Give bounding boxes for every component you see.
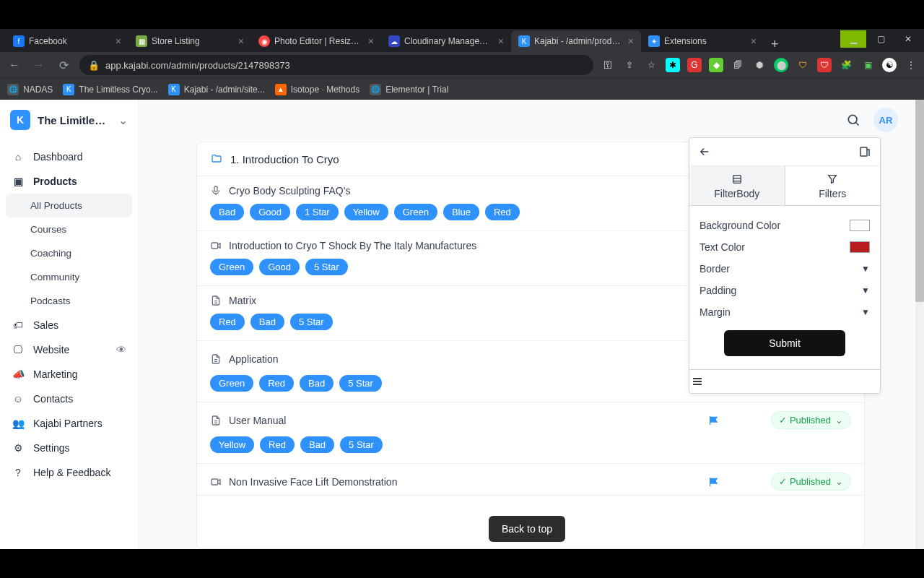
- content-item[interactable]: Non Invasive Face Lift Demonstration ✓ P…: [197, 464, 864, 496]
- row-border[interactable]: Border▼: [699, 258, 870, 280]
- tag-pill[interactable]: 5 Star: [340, 436, 383, 453]
- ext-8-icon[interactable]: 🛡: [817, 58, 832, 72]
- tab-kajabi[interactable]: KKajabi - /admin/products/×: [511, 30, 641, 52]
- tab-facebook[interactable]: fFacebook×: [6, 30, 128, 52]
- tag-pill[interactable]: Green: [210, 259, 253, 275]
- panel-export-icon[interactable]: [858, 145, 871, 158]
- ext-7-icon[interactable]: 🛡: [796, 58, 810, 72]
- tag-pill[interactable]: 1 Star: [296, 204, 339, 220]
- tag-pill[interactable]: Bad: [300, 436, 334, 453]
- panel-tab-filters[interactable]: Filters: [785, 166, 881, 205]
- nav-podcasts[interactable]: Podcasts: [0, 289, 138, 313]
- nav-courses[interactable]: Courses: [0, 217, 138, 241]
- close-icon[interactable]: ×: [116, 35, 121, 47]
- ext-5-icon[interactable]: ⬢: [752, 58, 767, 72]
- tag-pill[interactable]: Green: [210, 375, 253, 392]
- key-icon[interactable]: ⚿: [601, 58, 615, 72]
- tag-pill[interactable]: Bad: [300, 375, 334, 392]
- close-icon[interactable]: ×: [238, 35, 244, 47]
- ext-3-icon[interactable]: ◆: [709, 58, 723, 72]
- main-scrollbar[interactable]: [915, 100, 924, 549]
- reload-button[interactable]: ⟳: [55, 59, 72, 72]
- tag-pill[interactable]: Bad: [250, 314, 284, 330]
- search-icon[interactable]: [846, 113, 860, 127]
- nav-help[interactable]: ?Help & Feedback: [0, 460, 138, 485]
- bookmark-nadas[interactable]: 🌐NADAS: [7, 84, 53, 95]
- tag-pill[interactable]: Yellow: [344, 204, 388, 220]
- tag-pill[interactable]: Red: [485, 204, 520, 220]
- nav-dashboard[interactable]: ⌂Dashboard: [0, 144, 138, 169]
- share-icon[interactable]: ⇪: [622, 58, 637, 72]
- nav-products[interactable]: ▣Products: [0, 169, 138, 194]
- bg-color-swatch[interactable]: [850, 220, 870, 231]
- bookmark-limitless[interactable]: KThe Limitless Cryo...: [63, 84, 157, 95]
- tag-pill[interactable]: Good: [259, 259, 300, 275]
- puzzle-icon[interactable]: 🧩: [839, 58, 853, 72]
- url-field[interactable]: 🔒app.kajabi.com/admin/products/214789837…: [79, 55, 593, 75]
- tag-pill[interactable]: Bad: [210, 204, 244, 220]
- panel-menu-button[interactable]: [689, 369, 880, 393]
- scrollbar-thumb[interactable]: [915, 100, 924, 302]
- nav-website[interactable]: 🖵Website👁: [0, 337, 138, 362]
- ext-2-icon[interactable]: G: [687, 58, 702, 72]
- flag-icon[interactable]: [707, 415, 720, 426]
- eye-icon[interactable]: 👁: [116, 344, 126, 355]
- tab-extensions[interactable]: ✦Extensions×: [641, 30, 764, 52]
- tag-pill[interactable]: Green: [394, 204, 437, 220]
- tag-pill[interactable]: Yellow: [210, 436, 254, 453]
- window-minimize[interactable]: ▁: [840, 30, 866, 48]
- window-maximize[interactable]: ▢: [868, 30, 894, 48]
- close-icon[interactable]: ×: [628, 35, 634, 47]
- tag-pill[interactable]: 5 Star: [305, 259, 348, 275]
- nav-settings[interactable]: ⚙Settings: [0, 436, 138, 460]
- profile-icon[interactable]: ☯: [882, 58, 897, 72]
- new-tab-button[interactable]: +: [764, 37, 786, 52]
- tab-store-listing[interactable]: ▦Store Listing×: [128, 30, 251, 52]
- bookmark-kajabi-admin[interactable]: KKajabi - /admin/site...: [168, 84, 265, 95]
- ext-1-icon[interactable]: ✱: [666, 58, 680, 72]
- tag-pill[interactable]: 5 Star: [339, 375, 382, 392]
- tag-pill[interactable]: Blue: [443, 204, 479, 220]
- published-badge[interactable]: ✓ Published ⌄: [771, 411, 851, 429]
- flag-icon[interactable]: [707, 476, 720, 488]
- nav-community[interactable]: Community: [0, 265, 138, 289]
- nav-coaching[interactable]: Coaching: [0, 241, 138, 265]
- text-color-swatch[interactable]: [850, 241, 870, 253]
- bookmark-elementor[interactable]: 🌐Elementor | Trial: [370, 84, 448, 95]
- tag-pill[interactable]: 5 Star: [290, 314, 333, 330]
- nav-all-products[interactable]: All Products: [6, 194, 132, 217]
- tab-photo-editor[interactable]: ◉Photo Editor | Resize Phot×: [251, 30, 381, 52]
- menu-icon[interactable]: ⋮: [904, 58, 918, 72]
- workspace-switcher[interactable]: K The Limitless... ⌄: [0, 100, 138, 140]
- back-to-top-button[interactable]: Back to top: [489, 516, 565, 542]
- nav-contacts[interactable]: ☺Contacts: [0, 387, 138, 411]
- row-padding[interactable]: Padding▼: [699, 280, 870, 301]
- close-icon[interactable]: ×: [498, 35, 504, 47]
- bookmark-isotope[interactable]: ▲Isotope · Methods: [275, 84, 359, 95]
- forward-button[interactable]: →: [30, 59, 48, 72]
- window-close[interactable]: ✕: [895, 30, 921, 48]
- published-badge[interactable]: ✓ Published ⌄: [771, 473, 851, 491]
- star-icon[interactable]: ☆: [644, 58, 658, 72]
- panel-back-button[interactable]: [698, 145, 711, 158]
- content-item[interactable]: User Manual ✓ Published ⌄ YellowRedBad5 …: [197, 402, 864, 464]
- nav-marketing[interactable]: 📣Marketing: [0, 362, 138, 387]
- panel-tab-filterbody[interactable]: FilterBody: [689, 166, 785, 205]
- submit-button[interactable]: Submit: [724, 330, 845, 356]
- row-text-color[interactable]: Text Color: [699, 236, 870, 258]
- avatar[interactable]: AR: [873, 108, 898, 132]
- ext-6-icon[interactable]: ⬤: [774, 58, 788, 72]
- tag-pill[interactable]: Red: [260, 436, 295, 453]
- tag-pill[interactable]: Red: [210, 314, 245, 330]
- nav-partners[interactable]: 👥Kajabi Partners: [0, 411, 138, 436]
- close-icon[interactable]: ×: [368, 35, 374, 47]
- tag-pill[interactable]: Red: [259, 375, 294, 392]
- tab-cloudinary[interactable]: ☁Cloudinary Management C×: [381, 30, 511, 52]
- ext-9-icon[interactable]: ▣: [860, 58, 875, 72]
- ext-4-icon[interactable]: 🗐: [731, 58, 745, 72]
- row-margin[interactable]: Margin▼: [699, 301, 870, 323]
- close-icon[interactable]: ×: [751, 35, 757, 47]
- row-background-color[interactable]: Background Color: [699, 215, 870, 236]
- tag-pill[interactable]: Good: [250, 204, 290, 220]
- nav-sales[interactable]: 🏷Sales: [0, 313, 138, 337]
